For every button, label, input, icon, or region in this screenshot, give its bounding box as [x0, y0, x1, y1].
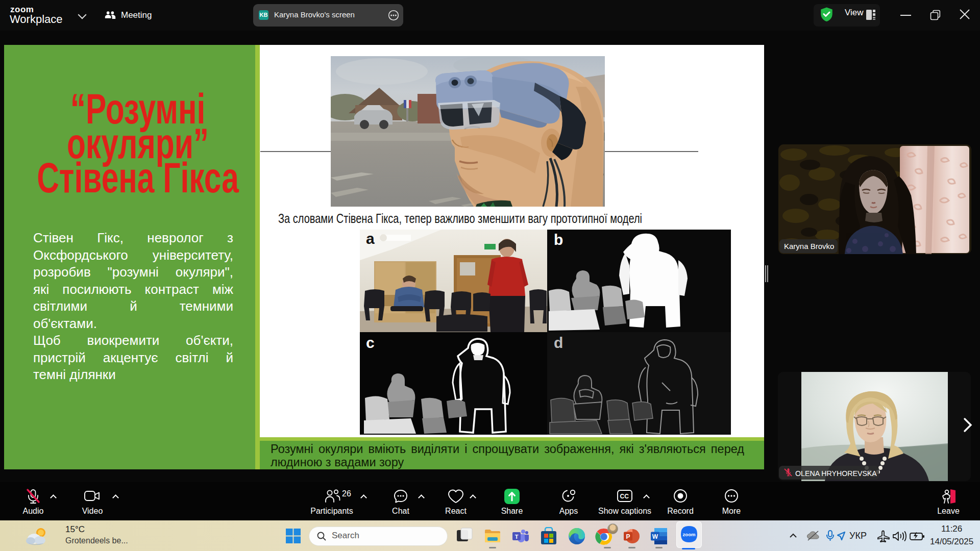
svg-text:zoom: zoom: [683, 532, 696, 537]
svg-text:P: P: [626, 533, 630, 540]
svg-text:c: c: [366, 334, 375, 351]
svg-text:d: d: [554, 334, 563, 351]
svg-text:Karyna Brovko: Karyna Brovko: [784, 242, 834, 251]
svg-text:a: a: [366, 230, 375, 247]
svg-text:T: T: [515, 534, 519, 540]
svg-text:b: b: [554, 231, 563, 248]
svg-text:CC: CC: [620, 493, 629, 500]
svg-text:OLENA HRYHOREVSKA: OLENA HRYHOREVSKA: [795, 469, 877, 478]
svg-text:W: W: [652, 533, 658, 540]
